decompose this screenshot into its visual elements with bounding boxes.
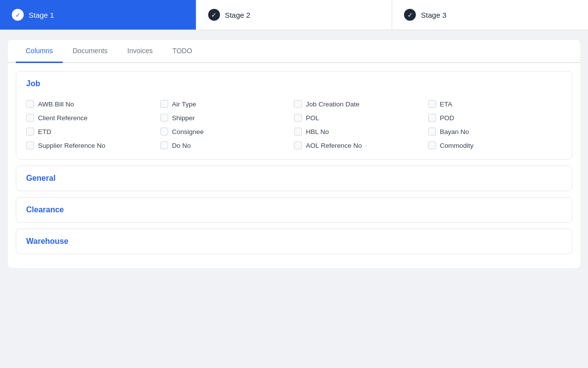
checkbox-box[interactable] [294,114,302,122]
checkbox-box[interactable] [428,128,436,135]
section-header-general[interactable]: General [16,166,572,191]
checkbox-item[interactable]: ETA [428,100,562,108]
checkbox-box[interactable] [160,100,168,108]
checkbox-item[interactable]: POD [428,114,562,122]
checkbox-label: Air Type [172,100,196,108]
checkbox-item[interactable]: HBL No [294,128,428,135]
checkbox-label: ETA [440,100,452,108]
checkbox-label: POD [440,114,454,122]
checkbox-box[interactable] [160,141,168,149]
stage-check-icon: ✓ [404,9,416,21]
stage-item-stage3[interactable]: ✓Stage 3 [392,0,588,30]
checkbox-box[interactable] [26,100,34,108]
checkbox-label: Client Reference [38,114,88,122]
checkbox-item[interactable]: Air Type [160,100,294,108]
checkbox-box[interactable] [160,114,168,122]
checkbox-label: Commodity [440,142,474,149]
checkbox-label: ETD [38,128,51,135]
checkbox-label: Consignee [172,128,204,135]
checkbox-label: POL [306,114,319,122]
checkbox-box[interactable] [160,128,168,135]
checkbox-box[interactable] [294,141,302,149]
checkbox-label: Do No [172,142,191,149]
checkbox-item[interactable]: Shipper [160,114,294,122]
stage-item-stage1[interactable]: ✓Stage 1 [0,0,196,30]
checkbox-item[interactable]: ETD [26,128,160,135]
section-header-job[interactable]: Job [16,71,572,96]
section-warehouse: Warehouse [16,229,572,254]
checkbox-grid-job: AWB Bill NoAir TypeJob Creation DateETAC… [26,100,562,149]
checkbox-box[interactable] [26,114,34,122]
stage-header: ✓Stage 1✓Stage 2✓Stage 3 [0,0,588,30]
checkbox-box[interactable] [428,114,436,122]
tabs-bar: ColumnsDocumentsInvoicesTODO [8,40,580,63]
stage-check-icon: ✓ [208,9,220,21]
checkbox-label: AWB Bill No [38,100,74,108]
checkbox-item[interactable]: Job Creation Date [294,100,428,108]
checkbox-box[interactable] [428,100,436,108]
stage-item-stage2[interactable]: ✓Stage 2 [196,0,393,30]
section-body-job: AWB Bill NoAir TypeJob Creation DateETAC… [16,96,572,159]
checkbox-label: Shipper [172,114,195,122]
checkbox-item[interactable]: Bayan No [428,128,562,135]
section-job: JobAWB Bill NoAir TypeJob Creation DateE… [16,71,572,160]
checkbox-box[interactable] [26,141,34,149]
section-header-warehouse[interactable]: Warehouse [16,229,572,254]
section-general: General [16,166,572,191]
stage-label: Stage 2 [225,11,251,19]
stage-label: Stage 3 [421,11,446,19]
checkbox-item[interactable]: AOL Reference No [294,141,428,149]
checkbox-box[interactable] [26,128,34,135]
checkbox-item[interactable]: Supplier Reference No [26,141,160,149]
sections-wrapper: JobAWB Bill NoAir TypeJob Creation DateE… [8,63,580,268]
stage-label: Stage 1 [29,11,54,19]
checkbox-item[interactable]: Commodity [428,141,562,149]
tab-documents[interactable]: Documents [63,40,117,63]
checkbox-item[interactable]: POL [294,114,428,122]
checkbox-item[interactable]: AWB Bill No [26,100,160,108]
checkbox-box[interactable] [428,141,436,149]
checkbox-box[interactable] [294,128,302,135]
main-content: ColumnsDocumentsInvoicesTODO JobAWB Bill… [0,30,588,368]
tab-todo[interactable]: TODO [162,40,202,63]
checkbox-label: Job Creation Date [306,100,360,108]
checkbox-label: AOL Reference No [306,142,362,149]
section-header-clearance[interactable]: Clearance [16,198,572,222]
checkbox-label: HBL No [306,128,329,135]
tab-columns[interactable]: Columns [16,40,63,63]
checkbox-item[interactable]: Consignee [160,128,294,135]
checkbox-label: Supplier Reference No [38,142,106,149]
checkbox-label: Bayan No [440,128,469,135]
tab-invoices[interactable]: Invoices [117,40,162,63]
checkbox-item[interactable]: Client Reference [26,114,160,122]
section-clearance: Clearance [16,197,572,223]
checkbox-box[interactable] [294,100,302,108]
stage-check-icon: ✓ [12,9,24,21]
checkbox-item[interactable]: Do No [160,141,294,149]
